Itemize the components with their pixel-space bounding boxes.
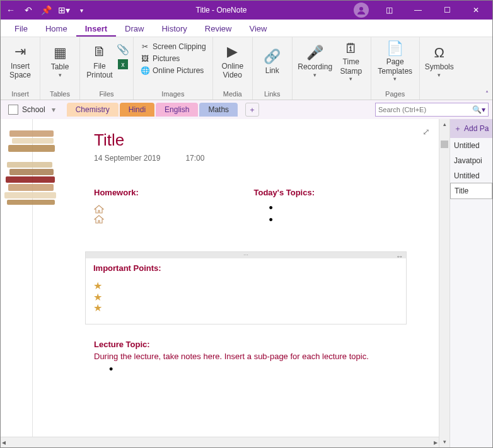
svg-rect-6 (6, 176, 55, 183)
svg-rect-3 (8, 145, 55, 152)
time-stamp-icon: 🗓 (344, 40, 358, 57)
group-label-insert: Insert (11, 89, 29, 100)
page-title[interactable]: Title (94, 130, 414, 150)
symbols-icon: Ω (434, 43, 444, 62)
file-printout-icon: 🗎 (93, 43, 107, 62)
link-icon: 🔗 (264, 47, 281, 66)
tab-insert[interactable]: Insert (76, 20, 116, 37)
house-icon (94, 205, 104, 214)
page-templates-icon: 📄 (386, 40, 403, 57)
section-tab-english[interactable]: English (156, 103, 198, 117)
svg-rect-8 (4, 192, 56, 198)
topics-heading[interactable]: Today's Topics: (254, 188, 414, 197)
page-list-item[interactable]: Untitled (450, 138, 492, 153)
ribbon: ⇥Insert Space Insert ▦Table Tables 🗎File… (1, 37, 492, 100)
svg-rect-5 (9, 169, 54, 175)
bullet-point[interactable]: • (269, 217, 414, 224)
recording-button[interactable]: 🎤Recording (296, 38, 334, 84)
ribbon-display-icon[interactable]: ◫ (375, 1, 403, 20)
search-icon[interactable]: 🔍▾ (472, 105, 485, 114)
tab-file[interactable]: File (6, 20, 37, 37)
user-avatar-icon[interactable] (354, 3, 369, 18)
important-heading[interactable]: Important Points: (93, 263, 398, 273)
link-button[interactable]: 🔗Link (257, 38, 288, 84)
insert-space-icon: ⇥ (14, 43, 26, 62)
lecture-text[interactable]: During the lecture, take notes here. Ins… (94, 352, 414, 361)
homework-heading[interactable]: Homework: (94, 188, 254, 197)
tab-history[interactable]: History (153, 20, 195, 37)
section-tab-hindi[interactable]: Hindi (120, 103, 154, 117)
customize-qat-icon[interactable]: ▾ (74, 3, 89, 18)
page-time[interactable]: 17:00 (185, 154, 204, 163)
menu-bar: File Home Insert Draw History Review Vie… (1, 20, 492, 37)
plus-icon: ＋ (454, 123, 461, 134)
page-list-item[interactable]: Title (450, 183, 492, 199)
touch-mode-icon[interactable]: ⊞▾ (56, 3, 71, 18)
star-icon: ★ (93, 280, 398, 292)
svg-point-0 (359, 7, 363, 11)
online-pictures-button[interactable]: 🌐Online Pictures (137, 65, 209, 76)
undo-icon[interactable]: ↶ (21, 3, 36, 18)
page-date[interactable]: 14 September 2019 (94, 154, 160, 163)
bullet-point[interactable]: • (109, 366, 414, 373)
lecture-heading[interactable]: Lecture Topic: (94, 340, 414, 349)
online-video-icon: ▶ (227, 43, 238, 62)
insert-space-button[interactable]: ⇥Insert Space (4, 38, 36, 84)
group-label-pages: Pages (385, 89, 405, 100)
add-page-button[interactable]: ＋Add Pa (450, 119, 492, 138)
group-label-tables: Tables (50, 89, 70, 100)
collapse-ribbon-icon[interactable]: ˄ (485, 90, 489, 97)
symbols-button[interactable]: ΩSymbols (424, 38, 455, 84)
spreadsheet-icon[interactable]: x (118, 59, 128, 69)
maximize-button[interactable]: ☐ (433, 1, 461, 20)
bullet-point[interactable]: • (269, 205, 414, 212)
online-pictures-icon: 🌐 (140, 66, 150, 75)
star-icon: ★ (93, 292, 398, 303)
page-list-item[interactable]: Javatpoi (450, 153, 492, 168)
group-label-files: Files (99, 89, 113, 100)
file-attachment-button[interactable]: 📎 (117, 43, 129, 55)
page-list-item[interactable]: Untitled (450, 168, 492, 183)
section-nav: School▾ ChemistryHindiEnglishMaths ＋ 🔍▾ (1, 100, 492, 119)
page-date-row: 14 September 2019 17:00 (94, 154, 414, 163)
add-section-button[interactable]: ＋ (245, 103, 259, 117)
title-bar: ← ↶ 📌 ⊞▾ ▾ Title - OneNote ◫ — ☐ ✕ (1, 1, 492, 20)
notebook-selector[interactable]: School▾ (4, 103, 59, 116)
file-printout-button[interactable]: 🗎File Printout (84, 38, 115, 84)
window-title: Title - OneNote (89, 6, 354, 14)
group-label-links: Links (264, 89, 281, 100)
screen-clipping-icon: ✂ (140, 42, 150, 51)
vertical-scrollbar[interactable]: ▴▾ (439, 119, 450, 447)
section-tab-maths[interactable]: Maths (199, 103, 238, 117)
books-decoration (3, 124, 66, 206)
fullscreen-icon[interactable]: ⤢ (422, 127, 430, 137)
svg-rect-2 (12, 138, 54, 144)
page-templates-button[interactable]: 📄Page Templates (375, 38, 415, 84)
screen-clipping-button[interactable]: ✂Screen Clipping (137, 41, 209, 52)
tab-draw[interactable]: Draw (116, 20, 153, 37)
pictures-icon: 🖼 (140, 54, 150, 63)
svg-rect-9 (7, 200, 55, 205)
horizontal-scrollbar[interactable]: ◂▸ (1, 437, 439, 447)
section-tab-chemistry[interactable]: Chemistry (67, 103, 119, 117)
tab-view[interactable]: View (240, 20, 276, 37)
online-video-button[interactable]: ▶Online Video (217, 38, 248, 84)
close-button[interactable]: ✕ (462, 1, 490, 20)
minimize-button[interactable]: — (404, 1, 432, 20)
search-input[interactable] (378, 106, 472, 113)
pictures-button[interactable]: 🖼Pictures (137, 53, 209, 64)
tab-review[interactable]: Review (196, 20, 241, 37)
tab-home[interactable]: Home (37, 20, 76, 37)
pin-icon[interactable]: 📌 (38, 3, 54, 18)
back-icon[interactable]: ← (3, 3, 18, 18)
table-button[interactable]: ▦Table (44, 38, 76, 84)
svg-rect-4 (7, 162, 52, 168)
svg-rect-7 (8, 184, 54, 191)
important-points-container[interactable]: ⋯↔ Important Points: ★ ★ ★ (85, 251, 407, 325)
search-box[interactable]: 🔍▾ (375, 103, 489, 117)
time-stamp-button[interactable]: 🗓Time Stamp (335, 38, 367, 84)
container-handle[interactable]: ⋯↔ (86, 252, 406, 258)
star-icon: ★ (93, 302, 398, 314)
svg-rect-1 (9, 130, 54, 137)
page-canvas[interactable]: ⤢ Title 14 September 2019 17:00 Homework… (1, 119, 439, 437)
